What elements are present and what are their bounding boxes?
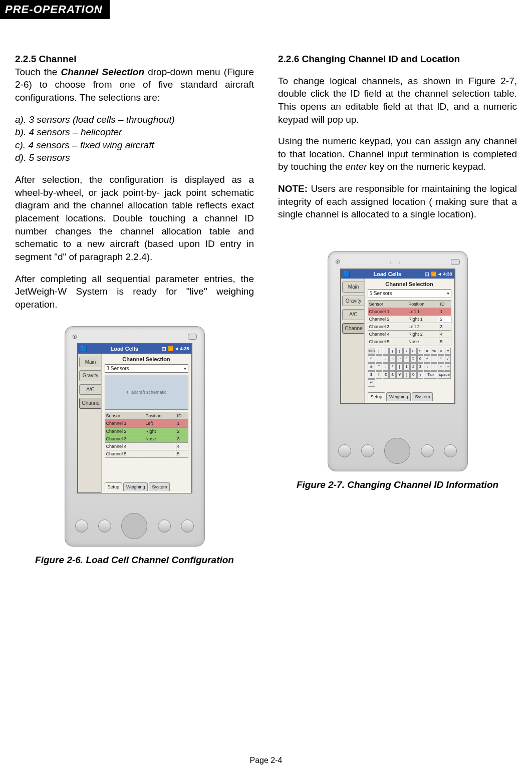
keypad-key[interactable]: /	[445, 355, 451, 363]
th-id: ID	[176, 412, 188, 420]
hw-button-2[interactable]	[361, 444, 374, 457]
keypad-key[interactable]: 5	[410, 355, 417, 363]
note-label: NOTE:	[278, 183, 308, 194]
bottab-setup[interactable]: Setup	[368, 392, 386, 401]
bottab-system[interactable]: System	[149, 482, 170, 491]
page-footer: Page 2-4	[0, 756, 532, 765]
keypad-key[interactable]: 3	[417, 363, 424, 371]
pda-screen: 🟦 Load Cells ◫ 📶 ◄ 4:38 Main Gravity A/C…	[77, 343, 192, 493]
tab-main[interactable]: Main	[79, 357, 102, 368]
tab-ac[interactable]: A/C	[79, 384, 102, 395]
keypad-key[interactable]: ,	[376, 355, 382, 363]
keypad-key[interactable]: 4	[403, 355, 410, 363]
keypad-key[interactable]: -	[431, 355, 437, 363]
keypad-key[interactable]: \	[389, 363, 396, 371]
hw-button-3[interactable]	[421, 444, 434, 457]
intro-b: Channel Selection	[61, 67, 144, 77]
bottab-system[interactable]: System	[412, 392, 433, 401]
keypad-key[interactable]: 0	[410, 371, 417, 379]
keypad-key[interactable]: +	[424, 355, 430, 363]
keypad-key[interactable]: {	[389, 348, 396, 355]
keypad-key[interactable]: ^	[368, 355, 375, 363]
table-row[interactable]: Channel 5Nose5	[368, 338, 451, 346]
tab-main[interactable]: Main	[342, 282, 365, 293]
keypad-key[interactable]: <	[389, 355, 396, 363]
chevron-down-icon: ▾	[447, 290, 449, 297]
keypad-key[interactable]: ✦	[445, 348, 451, 355]
hw-button-2[interactable]	[98, 520, 111, 533]
pda-device-fig27: ⦿ : : : : : 🟦 Load Cells ◫ 📶 ◄ 4:38 Main…	[328, 251, 468, 471]
hw-button-1[interactable]	[338, 444, 351, 457]
speaker-dots: : : : : :	[385, 259, 406, 265]
table-row[interactable]: Channel 55	[105, 450, 188, 457]
keypad-key[interactable]: °	[376, 363, 382, 371]
tab-channel[interactable]: Channel	[79, 398, 102, 409]
keypad-key[interactable]: 7	[403, 348, 410, 355]
note-text: Users are responsible for maintaining th…	[278, 183, 517, 219]
keypad-key[interactable]: 123	[368, 348, 375, 355]
channel-selection-dropdown[interactable]: 5 Sensors▾	[368, 289, 451, 298]
table-row[interactable]: Channel 3Nose3	[105, 435, 188, 442]
hw-button-4[interactable]	[444, 444, 457, 457]
keypad-key[interactable]: ]	[383, 348, 389, 355]
table-row[interactable]: Channel 1Left 11	[368, 308, 451, 315]
keypad-key[interactable]: →	[445, 363, 451, 371]
keypad-key[interactable]: ←	[438, 363, 444, 371]
tab-ac[interactable]: A/C	[342, 309, 365, 320]
keypad-key[interactable]: =	[438, 348, 444, 355]
keypad-key[interactable]: 9	[417, 348, 424, 355]
keypad-key[interactable]: ↑	[431, 363, 437, 371]
dpad[interactable]	[121, 513, 147, 539]
keypad-key[interactable]: ↓	[424, 363, 430, 371]
start-icon[interactable]: 🟦	[343, 271, 350, 278]
keypad-key[interactable]: [	[376, 348, 382, 355]
keypad-key[interactable]: %	[431, 348, 437, 355]
table-row[interactable]: Channel 2Right2	[105, 427, 188, 435]
hw-button-4[interactable]	[181, 520, 194, 533]
keypad-key[interactable]: £	[389, 371, 396, 379]
keypad-key[interactable]: >	[396, 355, 403, 363]
table-row[interactable]: Channel 44	[105, 442, 188, 450]
table-row[interactable]: Channel 3Left 23	[368, 323, 451, 331]
keypad-key[interactable]: space	[438, 371, 451, 379]
dpad[interactable]	[384, 438, 410, 464]
keypad-key[interactable]: $	[368, 371, 375, 379]
titlebar: 🟦 Load Cells ◫ 📶 ◄ 4:38	[341, 270, 454, 279]
pda-screen: 🟦 Load Cells ◫ 📶 ◄ 4:38 Main Gravity A/C…	[340, 269, 455, 404]
pda-top-bar: ⦿ : : : : :	[65, 332, 204, 344]
table-row[interactable]: Channel 4Right 24	[368, 331, 451, 338]
keypad-key[interactable]: €	[383, 371, 389, 379]
tab-channel[interactable]: Channel	[342, 323, 365, 334]
table-row[interactable]: Channel 1Left1	[105, 420, 188, 427]
keypad-key[interactable]: )	[417, 371, 424, 379]
keypad-key[interactable]: ¢	[376, 371, 382, 379]
hw-button-1[interactable]	[75, 520, 88, 533]
th-id: ID	[439, 300, 451, 308]
keypad-key[interactable]: :	[383, 363, 389, 371]
keypad-key[interactable]: (	[403, 371, 410, 379]
option-d: d). 5 sensors	[15, 151, 254, 164]
hw-button-3[interactable]	[158, 520, 171, 533]
keypad-key[interactable]: .	[383, 355, 389, 363]
keypad-key[interactable]: *	[438, 355, 444, 363]
bottab-weighing[interactable]: Weighing	[123, 482, 148, 491]
keypad-key[interactable]: }	[396, 348, 403, 355]
keypad-key[interactable]: |	[396, 363, 403, 371]
keypad-key[interactable]: ↵	[368, 379, 375, 387]
bottab-weighing[interactable]: Weighing	[386, 392, 411, 401]
keypad-key[interactable]: ¥	[396, 371, 403, 379]
keypad-key[interactable]: ±	[368, 363, 375, 371]
keypad-key[interactable]: 6	[417, 355, 424, 363]
bottab-setup[interactable]: Setup	[105, 482, 123, 491]
status-area: ◫ 📶 ◄ 4:38	[425, 271, 452, 277]
tab-gravity[interactable]: Gravity	[342, 296, 365, 307]
keypad-key[interactable]: Tab	[424, 371, 437, 379]
channel-selection-dropdown[interactable]: 3 Sensors▾	[105, 364, 188, 373]
keypad-key[interactable]: #	[424, 348, 430, 355]
keypad-key[interactable]: 1	[403, 363, 410, 371]
keypad-key[interactable]: 2	[410, 363, 417, 371]
keypad-key[interactable]: 8	[410, 348, 417, 355]
tab-gravity[interactable]: Gravity	[79, 370, 102, 381]
start-icon[interactable]: 🟦	[80, 345, 87, 353]
table-row[interactable]: Channel 2Right 12	[368, 316, 451, 323]
